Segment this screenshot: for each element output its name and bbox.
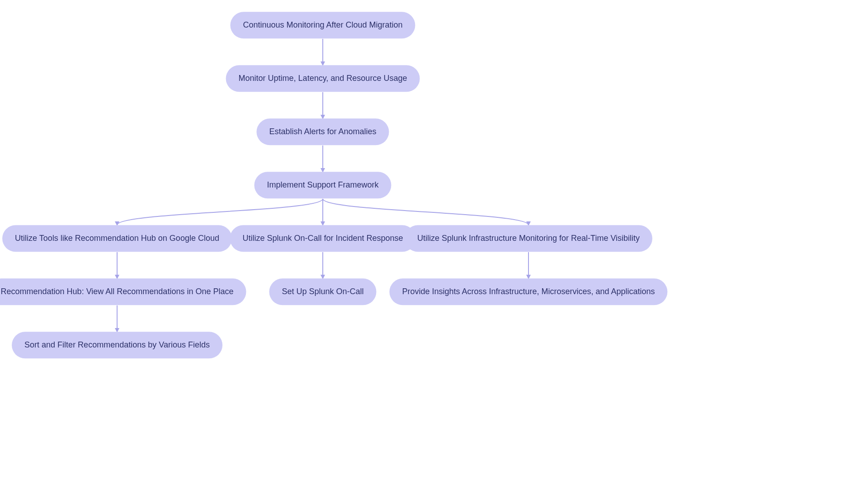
flowchart-node: Utilize Splunk On-Call for Incident Resp… — [230, 225, 415, 252]
flowchart-edge — [323, 199, 528, 225]
flowchart-node: Establish Alerts for Anomalies — [256, 118, 389, 145]
flowchart-node: Utilize Splunk Infrastructure Monitoring… — [405, 225, 652, 252]
flowchart-node: Continuous Monitoring After Cloud Migrat… — [230, 12, 415, 38]
flowchart-node: Provide Insights Across Infrastructure, … — [389, 278, 667, 305]
flowchart-canvas: Continuous Monitoring After Cloud Migrat… — [0, 0, 868, 488]
flowchart-node: Implement Support Framework — [254, 172, 391, 198]
flowchart-node: Utilize Tools like Recommendation Hub on… — [2, 225, 232, 252]
flowchart-node: Monitor Uptime, Latency, and Resource Us… — [226, 65, 420, 92]
flowchart-edge — [117, 199, 323, 225]
flowchart-node: Sort and Filter Recommendations by Vario… — [12, 332, 222, 358]
flowchart-node: Set Up Splunk On-Call — [269, 278, 376, 305]
flowchart-node: Recommendation Hub: View All Recommendat… — [0, 278, 246, 305]
